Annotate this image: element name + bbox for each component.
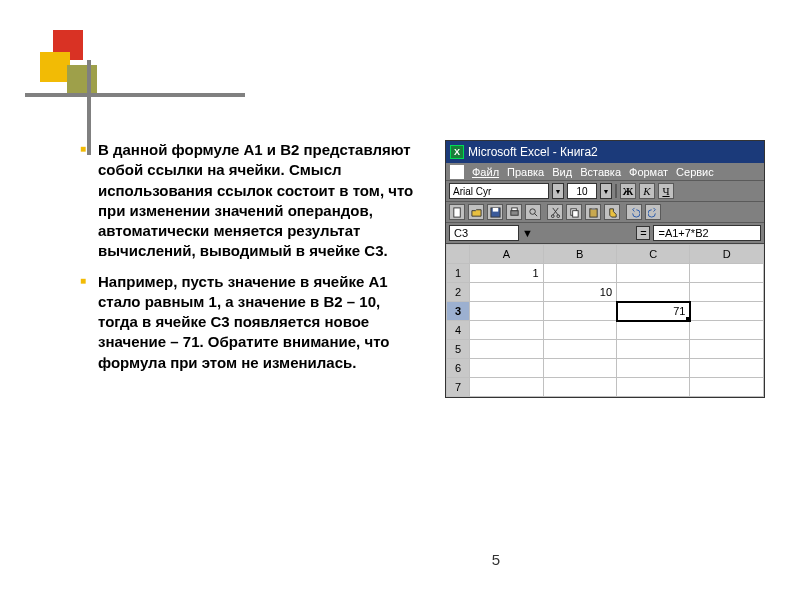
cell-C1[interactable] bbox=[617, 264, 690, 283]
svg-rect-0 bbox=[453, 207, 459, 216]
cell-D7[interactable] bbox=[690, 378, 764, 397]
row-header-4[interactable]: 4 bbox=[447, 321, 470, 340]
svg-line-6 bbox=[534, 213, 537, 216]
cell-C3[interactable]: 71 bbox=[617, 302, 690, 321]
bold-button[interactable]: Ж bbox=[620, 183, 636, 199]
menu-file[interactable]: Файл bbox=[472, 166, 499, 178]
cell-B6[interactable] bbox=[543, 359, 616, 378]
undo-icon[interactable] bbox=[626, 204, 642, 220]
cell-B4[interactable] bbox=[543, 321, 616, 340]
svg-rect-11 bbox=[589, 208, 596, 216]
excel-menubar: Файл Правка Вид Вставка Формат Сервис bbox=[446, 163, 764, 181]
new-file-icon[interactable] bbox=[449, 204, 465, 220]
svg-point-7 bbox=[551, 214, 554, 217]
logo-hbar bbox=[25, 93, 245, 97]
row-header-3[interactable]: 3 bbox=[447, 302, 470, 321]
slide-logo bbox=[25, 30, 145, 115]
cell-D3[interactable] bbox=[690, 302, 764, 321]
row-header-2[interactable]: 2 bbox=[447, 283, 470, 302]
col-header-C[interactable]: C bbox=[617, 245, 690, 264]
cell-C7[interactable] bbox=[617, 378, 690, 397]
cell-B1[interactable] bbox=[543, 264, 616, 283]
svg-rect-4 bbox=[511, 207, 517, 210]
menu-edit[interactable]: Правка bbox=[507, 166, 544, 178]
cell-A6[interactable] bbox=[470, 359, 543, 378]
bullet-1: В данной формуле А1 и В2 представляют со… bbox=[80, 140, 420, 262]
standard-toolbar bbox=[446, 202, 764, 223]
col-header-D[interactable]: D bbox=[690, 245, 764, 264]
col-header-B[interactable]: B bbox=[543, 245, 616, 264]
cell-D6[interactable] bbox=[690, 359, 764, 378]
svg-point-8 bbox=[556, 214, 559, 217]
cell-A4[interactable] bbox=[470, 321, 543, 340]
excel-titlebar: X Microsoft Excel - Книга2 bbox=[446, 141, 764, 163]
row-header-6[interactable]: 6 bbox=[447, 359, 470, 378]
underline-button[interactable]: Ч bbox=[658, 183, 674, 199]
bullet-2: Например, пусть значение в ячейке А1 ста… bbox=[80, 272, 420, 373]
name-box-caret-icon[interactable]: ▼ bbox=[522, 227, 533, 239]
formula-bar: C3 ▼ = =A1+7*B2 bbox=[446, 223, 764, 244]
font-size-caret-icon[interactable]: ▼ bbox=[600, 183, 612, 199]
menu-insert[interactable]: Вставка bbox=[580, 166, 621, 178]
cell-D4[interactable] bbox=[690, 321, 764, 340]
cell-B2[interactable]: 10 bbox=[543, 283, 616, 302]
save-icon[interactable] bbox=[487, 204, 503, 220]
excel-doc-icon bbox=[450, 165, 464, 179]
svg-rect-3 bbox=[510, 210, 517, 215]
spreadsheet-grid[interactable]: A B C D 112103714567 bbox=[446, 244, 764, 397]
toolbar-separator bbox=[615, 184, 617, 198]
select-all-corner[interactable] bbox=[447, 245, 470, 264]
paste-icon[interactable] bbox=[585, 204, 601, 220]
excel-title-text: Microsoft Excel - Книга2 bbox=[468, 145, 598, 159]
menu-format[interactable]: Формат bbox=[629, 166, 668, 178]
col-header-A[interactable]: A bbox=[470, 245, 543, 264]
print-icon[interactable] bbox=[506, 204, 522, 220]
menu-tools[interactable]: Сервис bbox=[676, 166, 714, 178]
page-number: 5 bbox=[492, 551, 500, 568]
font-size-dropdown[interactable]: 10 bbox=[567, 183, 597, 199]
formula-equals-button[interactable]: = bbox=[636, 226, 650, 240]
cell-C5[interactable] bbox=[617, 340, 690, 359]
print-preview-icon[interactable] bbox=[525, 204, 541, 220]
excel-app-icon: X bbox=[450, 145, 464, 159]
cell-D5[interactable] bbox=[690, 340, 764, 359]
cell-B3[interactable] bbox=[543, 302, 616, 321]
menu-view[interactable]: Вид bbox=[552, 166, 572, 178]
row-header-1[interactable]: 1 bbox=[447, 264, 470, 283]
cell-A3[interactable] bbox=[470, 302, 543, 321]
font-name-dropdown[interactable]: Arial Cyr bbox=[449, 183, 549, 199]
cell-D2[interactable] bbox=[690, 283, 764, 302]
format-painter-icon[interactable] bbox=[604, 204, 620, 220]
logo-square-yellow bbox=[40, 52, 70, 82]
cell-C6[interactable] bbox=[617, 359, 690, 378]
svg-rect-2 bbox=[492, 207, 498, 211]
cell-A1[interactable]: 1 bbox=[470, 264, 543, 283]
cell-A2[interactable] bbox=[470, 283, 543, 302]
cell-C4[interactable] bbox=[617, 321, 690, 340]
cell-C2[interactable] bbox=[617, 283, 690, 302]
cell-A7[interactable] bbox=[470, 378, 543, 397]
formula-input[interactable]: =A1+7*B2 bbox=[653, 225, 761, 241]
copy-icon[interactable] bbox=[566, 204, 582, 220]
row-header-7[interactable]: 7 bbox=[447, 378, 470, 397]
slide-body: В данной формуле А1 и В2 представляют со… bbox=[80, 140, 420, 383]
svg-rect-12 bbox=[591, 207, 595, 209]
cell-B5[interactable] bbox=[543, 340, 616, 359]
formatting-toolbar: Arial Cyr ▼ 10 ▼ Ж К Ч bbox=[446, 181, 764, 202]
excel-window: X Microsoft Excel - Книга2 Файл Правка В… bbox=[445, 140, 765, 398]
redo-icon[interactable] bbox=[645, 204, 661, 220]
logo-square-olive bbox=[67, 65, 97, 95]
cell-D1[interactable] bbox=[690, 264, 764, 283]
open-file-icon[interactable] bbox=[468, 204, 484, 220]
font-name-caret-icon[interactable]: ▼ bbox=[552, 183, 564, 199]
italic-button[interactable]: К bbox=[639, 183, 655, 199]
cell-B7[interactable] bbox=[543, 378, 616, 397]
svg-rect-10 bbox=[572, 210, 578, 216]
row-header-5[interactable]: 5 bbox=[447, 340, 470, 359]
name-box[interactable]: C3 bbox=[449, 225, 519, 241]
cut-icon[interactable] bbox=[547, 204, 563, 220]
cell-A5[interactable] bbox=[470, 340, 543, 359]
